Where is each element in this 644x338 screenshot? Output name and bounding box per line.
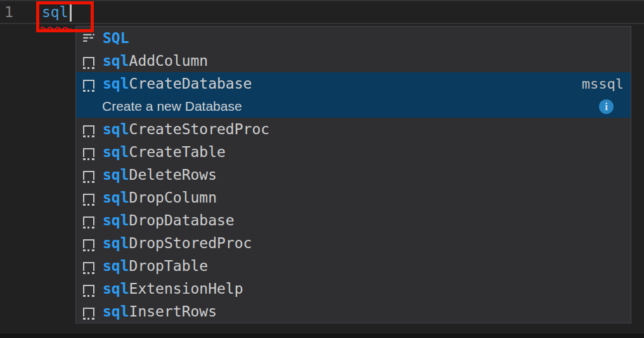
suggestion-item[interactable]: sqlCreateTable (76, 141, 631, 163)
snippet-icon (82, 76, 96, 91)
snippet-icon (82, 122, 96, 137)
line-number: 1 (4, 3, 30, 21)
info-icon[interactable] (599, 99, 614, 114)
vscode-editor-screen: 1 sql SQL (0, 0, 644, 338)
suggestion-label: sqlExtensionHelp (103, 280, 243, 297)
snippet-icon (82, 190, 96, 205)
suggestion-label: sqlDeleteRows (103, 166, 217, 183)
symbol-text-icon (82, 30, 96, 46)
suggestion-item[interactable]: sqlDropDatabase (76, 209, 631, 232)
suggestion-item[interactable]: sqlDropStoredProc (76, 232, 631, 254)
current-line-highlight (0, 0, 644, 24)
suggestion-label: sqlCreateDatabase (103, 75, 252, 92)
suggestion-label: sqlInsertRows (103, 303, 217, 320)
suggestion-label: sqlAddColumn (103, 53, 208, 69)
suggestion-item[interactable]: sqlDropColumn (76, 186, 631, 209)
annotation-highlight-box (36, 1, 94, 32)
snippet-icon (82, 144, 96, 160)
suggestion-item[interactable]: sqlInsertRows (76, 300, 631, 323)
bottom-panel-edge (0, 334, 644, 338)
snippet-icon (82, 167, 96, 182)
suggestion-label: SQL (103, 30, 129, 46)
snippet-icon (82, 53, 96, 68)
suggestion-label: sqlDropStoredProc (103, 235, 252, 251)
suggestion-source: mssql (582, 76, 624, 92)
suggestion-item[interactable]: sqlDropTable (76, 254, 631, 277)
suggestion-item[interactable]: sqlDeleteRows (76, 163, 631, 186)
suggestion-label: sqlCreateTable (103, 144, 226, 160)
suggestion-label: sqlDropColumn (103, 189, 217, 206)
suggestion-item[interactable]: sqlAddColumn (76, 49, 631, 72)
snippet-icon (82, 258, 96, 273)
suggestion-item[interactable]: sqlExtensionHelp (76, 277, 631, 300)
suggest-widget: SQL sqlAddColumn sqlCreateDatabase mssql… (75, 26, 631, 323)
snippet-icon (82, 304, 96, 319)
snippet-icon (82, 235, 96, 251)
suggestion-label: sqlCreateStoredProc (103, 121, 269, 137)
suggestion-item-selected[interactable]: sqlCreateDatabase mssql Create a new Dat… (76, 72, 631, 118)
snippet-icon (82, 213, 96, 228)
snippet-icon (82, 281, 96, 296)
suggestion-description: Create a new Database (102, 99, 242, 114)
suggestion-item[interactable]: SQL (76, 27, 631, 49)
suggestion-label: sqlDropDatabase (103, 212, 235, 228)
suggestion-item[interactable]: sqlCreateStoredProc (76, 118, 631, 141)
suggestion-label: sqlDropTable (103, 258, 208, 274)
